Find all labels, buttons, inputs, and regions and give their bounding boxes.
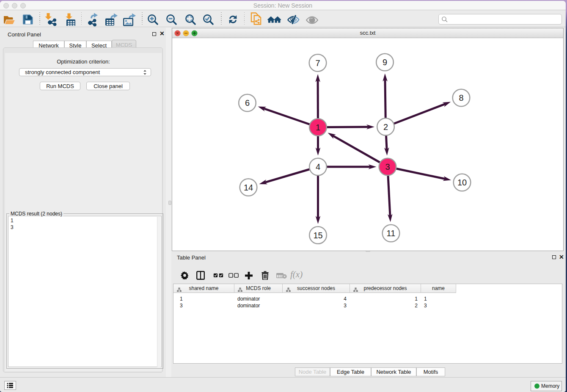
svg-text:7: 7 — [315, 58, 320, 68]
svg-text:4: 4 — [316, 162, 320, 171]
svg-text:1: 1 — [316, 123, 320, 132]
svg-text:9: 9 — [383, 58, 387, 67]
svg-text:6: 6 — [245, 98, 250, 108]
svg-text:8: 8 — [459, 93, 463, 102]
svg-text:2: 2 — [383, 122, 388, 132]
svg-text:3: 3 — [385, 162, 390, 171]
svg-text:15: 15 — [313, 231, 322, 240]
svg-text:11: 11 — [387, 229, 396, 238]
svg-text:10: 10 — [457, 178, 467, 187]
svg-text:14: 14 — [244, 183, 253, 192]
